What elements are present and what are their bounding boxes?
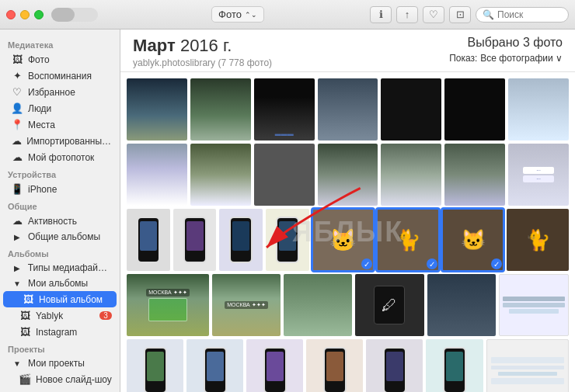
sidebar-item-new-album[interactable]: 🖼 Новый альбом <box>3 291 117 307</box>
shared-section-label: Общие <box>0 197 120 213</box>
photo-thumb[interactable] <box>444 78 505 140</box>
photo-thumb[interactable]: 🖊 <box>355 274 423 336</box>
photo-thumb[interactable]: 🐈 <box>507 209 569 271</box>
content-year: 2016 г. <box>180 36 232 55</box>
info-button[interactable]: ℹ <box>370 6 392 23</box>
new-album-icon: 🖼 <box>22 293 34 305</box>
sidebar-item-places-label: Места <box>28 120 55 130</box>
photo-thumb-drag[interactable]: МОСКВА ✦✦✦ <box>127 274 209 336</box>
upload-button[interactable]: ↑ <box>396 6 418 23</box>
media-types-icon: ▶ <box>11 264 23 272</box>
photo-thumb[interactable] <box>246 339 303 392</box>
photo-thumb-selected-3[interactable]: 🐱 ✓ <box>442 209 504 271</box>
photo-thumb[interactable] <box>266 209 309 271</box>
sidebar-item-my-projects[interactable]: ▼ Мои проекты <box>0 356 120 371</box>
sidebar-item-media-types-label: Типы медиафайлов <box>28 262 112 273</box>
sidebar-item-activity-label: Активность <box>28 216 77 227</box>
photo-thumb[interactable] <box>318 78 378 140</box>
sidebar-item-mystream[interactable]: ☁ Мой фотопоток <box>0 149 120 165</box>
photo-thumb[interactable] <box>444 144 505 206</box>
search-input[interactable] <box>497 9 567 20</box>
minimize-button[interactable] <box>20 10 30 19</box>
library-info: yablyk.photoslibrary (7 778 фото) <box>133 57 272 68</box>
my-projects-icon: ▼ <box>11 359 23 368</box>
activity-icon: ☁ <box>11 215 23 227</box>
app-title-dropdown[interactable]: Фото ⌃⌄ <box>211 6 264 23</box>
sidebar-item-instagram[interactable]: 🖼 Instagram <box>0 324 120 340</box>
sidebar-item-imported-label: Импортированные о... <box>26 136 112 147</box>
places-icon: 📍 <box>11 119 23 130</box>
mystream-icon: ☁ <box>11 151 23 163</box>
sidebar-item-media-types[interactable]: ▶ Типы медиафайлов <box>0 260 120 276</box>
photo-thumb[interactable]: ▬▬▬ <box>254 78 315 140</box>
albums-section-label: Альбомы <box>0 245 120 260</box>
photo-thumb[interactable] <box>127 209 170 271</box>
photo-thumb[interactable] <box>508 78 569 140</box>
photo-thumb[interactable] <box>284 274 352 336</box>
search-icon: 🔍 <box>483 9 494 20</box>
photo-thumb-selected-2[interactable]: 🐈 ✓ <box>377 209 439 271</box>
photo-grid: ЯБЛЫК ▬▬▬ <box>120 72 575 392</box>
photo-thumb[interactable]: МОСКВА ✦✦✦ <box>212 274 281 336</box>
photo-thumb[interactable] <box>366 339 423 392</box>
photo-thumb[interactable] <box>426 339 483 392</box>
sidebar: Медиатека 🖼 Фото ✦ Воспоминания ♡ Избран… <box>0 29 120 392</box>
photo-thumb[interactable] <box>127 78 187 140</box>
photo-thumb[interactable] <box>127 144 187 206</box>
sidebar-item-people-label: Люди <box>28 103 51 114</box>
close-button[interactable] <box>6 10 16 19</box>
slideshow-icon: 🎬 <box>19 373 31 385</box>
library-section-label: Медиатека <box>0 36 120 51</box>
devices-section-label: Устройства <box>0 165 120 181</box>
sidebar-item-iphone-label: iPhone <box>28 184 57 195</box>
photo-thumb[interactable] <box>381 78 441 140</box>
maximize-button[interactable] <box>34 10 44 19</box>
photo-thumb[interactable] <box>186 339 243 392</box>
yablyk-badge: 3 <box>99 311 112 320</box>
sidebar-item-imported[interactable]: ☁ Импортированные о... <box>0 133 120 149</box>
heart-button[interactable]: ♡ <box>423 6 444 23</box>
photo-thumb[interactable] <box>254 144 315 206</box>
photo-thumb[interactable] <box>190 144 251 206</box>
photo-thumb[interactable] <box>306 339 363 392</box>
photo-thumb[interactable] <box>190 78 251 140</box>
photo-thumb[interactable] <box>219 209 263 271</box>
iphone-icon: 📱 <box>11 183 23 195</box>
photo-thumb[interactable] <box>127 339 183 392</box>
photo-thumb[interactable] <box>381 144 441 206</box>
sidebar-item-yablyk[interactable]: 🖼 Yablyk 3 <box>0 307 120 324</box>
sidebar-item-my-albums[interactable]: ▼ Мои альбомы <box>0 276 120 291</box>
share-button[interactable]: ⊡ <box>449 6 471 23</box>
photo-thumb-selected-1[interactable]: 🐱 ✓ <box>312 209 375 271</box>
photo-thumb[interactable] <box>173 209 217 271</box>
sidebar-item-people[interactable]: 👤 Люди <box>0 100 120 116</box>
photo-thumb[interactable]: ··· ··· <box>508 144 569 206</box>
sidebar-item-foto[interactable]: 🖼 Фото <box>0 51 120 68</box>
sidebar-item-activity[interactable]: ☁ Активность <box>0 213 120 229</box>
photo-row-3: 🐱 ✓ 🐈 ✓ 🐱 <box>127 209 569 271</box>
favorites-icon: ♡ <box>11 86 23 98</box>
show-filter-value[interactable]: Все фотографии ∨ <box>480 53 563 64</box>
sidebar-item-slideshow[interactable]: 🎬 Новое слайд-шоу <box>0 371 120 387</box>
photo-thumb[interactable] <box>427 274 496 336</box>
show-filter-label: Показ: <box>449 53 477 64</box>
foto-icon: 🖼 <box>11 54 23 65</box>
photo-thumb[interactable] <box>486 339 569 392</box>
photo-thumb[interactable] <box>318 144 378 206</box>
photo-row-5 <box>127 339 569 392</box>
sidebar-item-memories[interactable]: ✦ Воспоминания <box>0 68 120 84</box>
show-filter[interactable]: Показ: Все фотографии ∨ <box>449 53 563 64</box>
sidebar-item-foto-label: Фото <box>28 54 50 65</box>
sidebar-item-iphone[interactable]: 📱 iPhone <box>0 181 120 197</box>
photo-row-1: ▬▬▬ <box>127 78 569 140</box>
people-icon: 👤 <box>11 102 23 114</box>
search-box[interactable]: 🔍 <box>476 7 569 23</box>
selected-count: Выбрано 3 фото <box>449 36 563 50</box>
sidebar-item-places[interactable]: 📍 Места <box>0 116 120 133</box>
sidebar-item-shared-albums[interactable]: ▶ Общие альбомы <box>0 229 120 245</box>
sidebar-item-favorites[interactable]: ♡ Избранное <box>0 84 120 100</box>
shared-albums-icon: ▶ <box>11 233 23 241</box>
yablyk-album-icon: 🖼 <box>19 310 31 321</box>
photo-thumb[interactable] <box>499 274 569 336</box>
dropdown-arrow-icon: ⌃⌄ <box>245 11 257 19</box>
